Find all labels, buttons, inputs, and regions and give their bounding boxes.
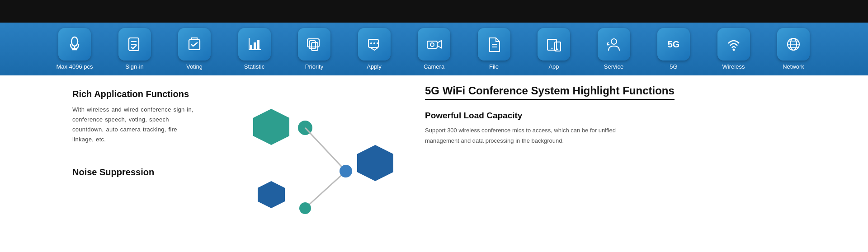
svg-marker-35 [253, 109, 289, 145]
icon-label-file: File [489, 63, 499, 70]
file-icon [485, 35, 503, 53]
right-section: 5G WiFi Conference System Highlight Func… [407, 75, 868, 252]
camera-icon [425, 35, 443, 53]
icon-label-signin: Sign-in [125, 63, 143, 70]
icon-box-apply [358, 28, 391, 61]
svg-point-25 [552, 48, 553, 49]
noise-title: Noise Suppression [72, 167, 199, 177]
icon-label-max4096: Max 4096 pcs [57, 63, 93, 70]
signin-icon [126, 35, 144, 53]
icon-item-statistic[interactable]: Statistic [234, 28, 275, 70]
icon-item-app[interactable]: App [533, 28, 574, 70]
network-icon [784, 35, 802, 53]
icon-label-apply: Apply [367, 63, 382, 70]
middle-graphic [217, 75, 407, 252]
right-text: Support 300 wireless conference mics to … [425, 125, 633, 146]
svg-rect-10 [257, 40, 259, 50]
icon-item-5g[interactable]: 5G 5G [653, 28, 694, 70]
icon-label-5g: 5G [670, 63, 677, 70]
icon-item-priority[interactable]: Priority [294, 28, 335, 70]
icon-box-5g: 5G [657, 28, 690, 61]
icon-box-priority [298, 28, 330, 61]
icon-item-network[interactable]: Network [773, 28, 814, 70]
svg-rect-8 [250, 45, 252, 50]
icon-label-voting: Voting [186, 63, 203, 70]
icon-box-network [777, 28, 810, 61]
rich-app-text: With wireless and wired conference sign-… [72, 105, 199, 145]
app-icon [545, 35, 563, 53]
icon-label-wireless: Wireless [722, 63, 745, 70]
svg-point-17 [373, 42, 375, 44]
icon-label-camera: Camera [424, 63, 444, 70]
svg-point-16 [370, 42, 372, 44]
icon-label-network: Network [783, 63, 804, 70]
svg-point-29 [732, 49, 735, 51]
icon-item-max4096[interactable]: Max 4096 pcs [54, 28, 95, 70]
left-section: Rich Application Functions With wireless… [0, 75, 217, 252]
icon-item-camera[interactable]: Camera [414, 28, 454, 70]
icon-item-service[interactable]: Service [594, 28, 634, 70]
icon-box-max4096 [58, 28, 91, 61]
svg-point-0 [71, 37, 78, 46]
icon-box-file [478, 28, 510, 61]
svg-point-42 [299, 202, 311, 214]
icon-box-app [538, 28, 570, 61]
main-title: 5G WiFi Conference System Highlight Func… [425, 84, 675, 100]
fiveg-icon: 5G [665, 35, 683, 53]
icon-bar: Max 4096 pcs Sign-in Voting [0, 23, 868, 75]
wireless-icon [725, 35, 743, 53]
svg-rect-19 [427, 41, 437, 48]
svg-line-37 [305, 128, 346, 171]
icon-item-apply[interactable]: Apply [354, 28, 395, 70]
icon-box-wireless [717, 28, 750, 61]
icon-item-voting[interactable]: Voting [174, 28, 215, 70]
icon-label-statistic: Statistic [244, 63, 265, 70]
voting-icon [185, 35, 203, 53]
rich-app-title: Rich Application Functions [72, 89, 199, 99]
priority-icon [305, 35, 323, 53]
svg-point-39 [340, 165, 352, 177]
icon-box-statistic [238, 28, 271, 61]
svg-point-20 [430, 43, 434, 47]
svg-rect-13 [309, 41, 316, 49]
top-black-bar [0, 0, 868, 23]
sub-title: Powerful Load Capacity [425, 111, 841, 121]
icon-label-service: Service [604, 63, 623, 70]
icon-item-signin[interactable]: Sign-in [114, 28, 155, 70]
svg-marker-40 [357, 145, 393, 181]
svg-point-26 [557, 49, 558, 50]
icon-label-priority: Priority [305, 63, 323, 70]
content-area: Rich Application Functions With wireless… [0, 75, 868, 252]
icon-item-file[interactable]: File [474, 28, 514, 70]
icon-box-camera [418, 28, 450, 61]
icon-label-app: App [548, 63, 559, 70]
icon-box-signin [118, 28, 151, 61]
svg-marker-41 [258, 181, 285, 208]
apply-icon [365, 35, 383, 53]
svg-point-18 [377, 42, 378, 44]
icon-box-service [598, 28, 630, 61]
svg-text:5G: 5G [668, 39, 680, 49]
diagram-svg [226, 104, 398, 231]
icon-item-wireless[interactable]: Wireless [713, 28, 754, 70]
icon-box-voting [178, 28, 211, 61]
mic-icon [66, 35, 84, 53]
svg-rect-9 [254, 42, 256, 50]
svg-point-27 [611, 39, 617, 44]
service-icon [605, 35, 623, 53]
svg-line-38 [305, 171, 346, 208]
statistic-icon [245, 35, 264, 53]
